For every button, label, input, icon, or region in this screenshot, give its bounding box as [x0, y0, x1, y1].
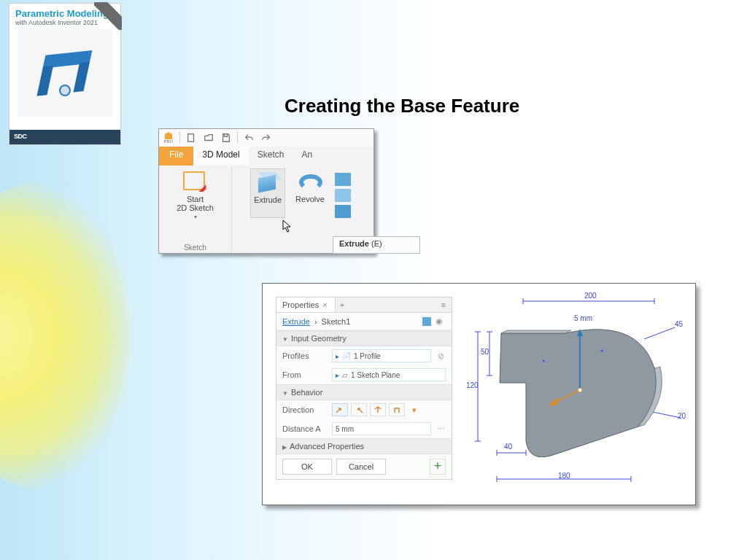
svg-point-24	[601, 350, 603, 352]
clear-profiles-icon[interactable]: ⊘	[436, 351, 446, 361]
revolve-button[interactable]: Revolve	[293, 168, 328, 218]
dim-top: 200	[584, 292, 597, 300]
direction-default-button[interactable]	[332, 403, 348, 416]
extrude-button[interactable]: Extrude	[250, 168, 285, 218]
cancel-button[interactable]: Cancel	[336, 459, 386, 475]
tab-file[interactable]: File	[159, 147, 193, 166]
dim-r-lower: 20	[678, 412, 686, 420]
properties-panel: Properties × + ≡ Extrude › Sketch1 ◉ Inp…	[276, 297, 452, 480]
direction-buttons	[332, 403, 405, 416]
tab-annotate[interactable]: An	[293, 147, 321, 166]
close-icon[interactable]: ×	[321, 300, 328, 309]
sketch-icon	[183, 171, 205, 190]
crumb-sketch: Sketch1	[322, 317, 351, 326]
ok-button[interactable]: OK	[282, 459, 332, 475]
direction-flip-button[interactable]	[351, 403, 367, 416]
dim-left-a: 50	[481, 348, 489, 356]
field-from[interactable]: ▸▱1 Sketch Plane	[332, 368, 446, 381]
add-feature-icon[interactable]: +	[430, 459, 446, 475]
redo-icon[interactable]	[260, 131, 273, 144]
coil-icon[interactable]	[335, 205, 351, 218]
svg-point-22	[578, 388, 582, 392]
decor-arc	[0, 182, 131, 489]
ribbon-screenshot: PRO File 3D Model Sketch An Start 2D Ske…	[158, 128, 374, 254]
field-distance[interactable]: 5 mm	[332, 422, 431, 435]
undo-icon[interactable]	[242, 131, 255, 144]
sweep-icon[interactable]	[335, 173, 351, 186]
label-from: From	[282, 370, 328, 379]
svg-point-23	[543, 360, 545, 362]
dim-bottom-b: 180	[558, 472, 570, 480]
start-2d-sketch-button[interactable]: Start 2D Sketch ▾	[174, 168, 217, 223]
svg-line-17	[653, 412, 681, 418]
model-preview: 200 5 mm 50 120 40 180 45 20	[456, 288, 689, 499]
tab-sketch[interactable]: Sketch	[249, 147, 293, 166]
book-art	[18, 29, 112, 117]
tab-3d-model[interactable]: 3D Model	[193, 147, 248, 166]
panel-sketch: Start 2D Sketch ▾ Sketch	[159, 166, 232, 253]
distance-options-icon[interactable]: ⋯	[436, 424, 446, 434]
ribbon-tabs: File 3D Model Sketch An	[159, 147, 374, 166]
breadcrumb: Extrude › Sketch1 ◉	[276, 313, 452, 330]
section-input-geometry[interactable]: Input Geometry	[276, 330, 452, 346]
extrude-tooltip: Extrude (E)	[333, 236, 420, 254]
label-distance: Distance A	[282, 424, 328, 433]
extrude-icon	[255, 172, 280, 194]
revolve-icon	[298, 171, 322, 193]
section-behavior[interactable]: Behavior	[276, 384, 452, 400]
dim-bottom-a: 40	[504, 443, 512, 451]
dim-callout: 5 mm	[574, 314, 592, 322]
label-direction: Direction	[282, 405, 328, 414]
open-icon[interactable]	[202, 131, 215, 144]
section-advanced[interactable]: Advanced Properties	[276, 438, 452, 454]
direction-chevron-icon[interactable]: ▾	[409, 405, 419, 415]
viewport-screenshot: Properties × + ≡ Extrude › Sketch1 ◉ Inp…	[262, 283, 696, 505]
app-logo-icon: PRO	[162, 131, 175, 144]
slide-title: Creating the Base Feature	[285, 95, 519, 117]
more-create-buttons	[335, 168, 355, 218]
panel-create: Extrude Revolve Extrude (E)	[232, 166, 374, 253]
add-tab-icon[interactable]: +	[336, 298, 349, 312]
panel-sketch-title: Sketch	[184, 244, 206, 252]
panel-menu-icon[interactable]: ≡	[436, 298, 452, 312]
dim-r-upper: 45	[675, 320, 683, 328]
crumb-feature[interactable]: Extrude	[282, 317, 310, 326]
quick-access-toolbar: PRO	[159, 129, 374, 147]
visibility-icon[interactable]: ◉	[436, 316, 446, 326]
save-icon[interactable]	[220, 131, 233, 144]
svg-rect-0	[188, 134, 194, 142]
direction-asymmetric-button[interactable]	[389, 403, 405, 416]
dim-left-b: 120	[466, 381, 479, 389]
field-profiles[interactable]: ▸📄1 Profile	[332, 349, 431, 362]
direction-symmetric-button[interactable]	[370, 403, 386, 416]
svg-line-16	[644, 327, 675, 339]
cursor-icon	[282, 219, 293, 235]
book-thumbnail: Parametric Modeling with Autodesk Invent…	[9, 3, 121, 145]
book-publisher: SDC	[9, 130, 120, 144]
corner-banner	[94, 2, 122, 30]
loft-icon[interactable]	[335, 189, 351, 202]
properties-tab[interactable]: Properties ×	[276, 298, 336, 312]
new-icon[interactable]	[185, 131, 198, 144]
preview-cube-icon[interactable]	[422, 317, 431, 326]
label-profiles: Profiles	[282, 351, 328, 360]
